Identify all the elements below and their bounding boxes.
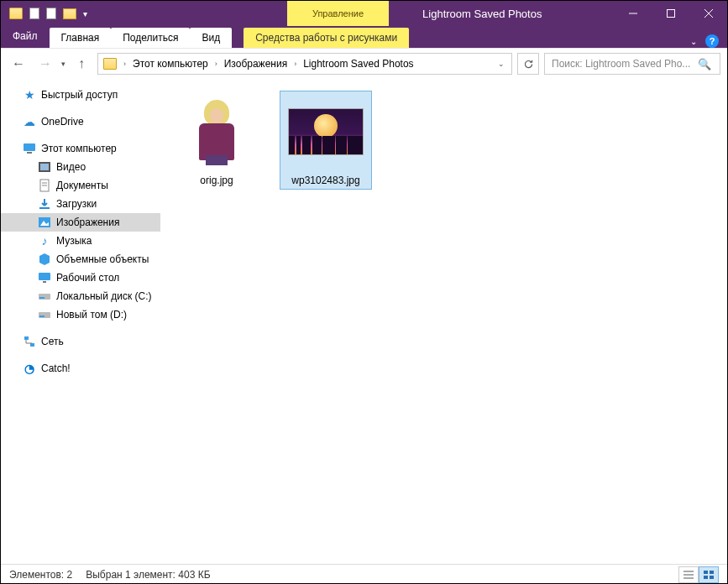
sidebar-item-disk-c[interactable]: Локальный диск (C:) [1,287,160,305]
help-icon[interactable]: ? [705,34,719,48]
svg-rect-28 [704,576,708,579]
file-list[interactable]: orig.jpg wp3102483.jpg [160,79,727,564]
context-tab-header-label: Управление [312,8,364,18]
ribbon-expand-icon[interactable]: ⌄ [690,37,697,46]
svg-rect-27 [710,571,714,574]
breadcrumb-seg-pictures[interactable]: Изображения [223,58,289,70]
qat-newfolder-icon[interactable] [63,8,76,19]
navigation-pane: ★ Быстрый доступ ☁ OneDrive Этот компьют… [1,79,160,564]
window-buttons [614,1,727,26]
sidebar-item-label: Новый том (D:) [56,309,127,321]
tab-home[interactable]: Главная [50,28,112,48]
maximize-button[interactable] [652,1,689,26]
breadcrumb-dropdown-icon[interactable]: ⌄ [498,60,508,68]
svg-rect-11 [39,207,50,209]
sidebar-item-music[interactable]: ♪ Музыка [1,232,160,250]
disk-icon [38,289,51,303]
sidebar-item-pictures[interactable]: Изображения [1,213,160,232]
view-toggle [678,566,719,583]
sidebar-item-label: Быстрый доступ [41,89,118,101]
qat-dropdown-icon[interactable]: ▾ [83,9,87,18]
file-tab[interactable]: Файл [1,26,50,48]
tab-view[interactable]: Вид [190,28,232,48]
sidebar-item-label: Загрузки [56,198,97,210]
nav-forward-button[interactable]: → [34,53,56,75]
nav-history-dropdown[interactable]: ▾ [61,60,65,68]
nav-back-button[interactable]: ← [8,53,29,75]
network-icon [23,335,36,348]
file-name-label: wp3102483.jpg [290,175,361,186]
sidebar-item-thispc[interactable]: Этот компьютер [1,139,160,158]
refresh-icon [523,59,534,70]
disk-icon [38,308,51,321]
chevron-right-icon[interactable]: › [292,60,298,68]
chevron-right-icon[interactable]: › [213,60,219,68]
minimize-button[interactable] [614,1,652,26]
chevron-right-icon[interactable]: › [122,60,128,68]
sidebar-item-disk-d[interactable]: Новый том (D:) [1,305,160,324]
nav-up-button[interactable]: ↑ [71,53,92,75]
cloud-icon: ☁ [23,115,36,128]
list-icon [683,571,694,579]
svg-rect-26 [704,571,708,574]
sidebar-item-label: Catch! [41,362,71,374]
tab-share[interactable]: Поделиться [111,28,190,48]
svg-rect-22 [30,343,34,347]
svg-rect-16 [43,281,46,283]
file-name-label: orig.jpg [198,175,234,186]
sidebar-item-label: Музыка [56,235,92,247]
music-icon: ♪ [38,234,51,248]
view-thumbnails-button[interactable] [699,566,719,583]
film-icon [38,160,51,174]
sidebar-item-network[interactable]: Сеть [1,332,160,351]
status-selection: Выбран 1 элемент: 403 КБ [86,569,210,581]
search-input[interactable] [550,57,698,70]
sidebar-item-label: Рабочий стол [56,272,119,284]
breadcrumb-seg-thispc[interactable]: Этот компьютер [131,58,210,70]
status-item-count: Элементов: 2 [9,569,72,581]
sidebar-item-documents[interactable]: Документы [1,176,160,195]
search-box[interactable]: 🔍 [544,53,720,75]
sidebar-item-desktop[interactable]: Рабочий стол [1,269,160,287]
file-item[interactable]: wp3102483.jpg [280,91,372,190]
file-item[interactable]: orig.jpg [170,91,263,190]
sidebar-item-onedrive[interactable]: ☁ OneDrive [1,112,160,131]
breadcrumb-folder-icon [103,58,117,70]
search-icon: 🔍 [698,58,715,70]
sidebar-item-catch[interactable]: ◔ Catch! [1,359,160,378]
context-tab-header: Управление [287,1,389,26]
document-icon [38,179,51,192]
sidebar-item-label: Локальный диск (C:) [56,290,152,302]
svg-rect-20 [39,315,45,317]
breadcrumb-seg-current[interactable]: Lightroom Saved Photos [301,58,415,70]
view-details-button[interactable] [678,566,699,583]
picture-icon [38,216,51,229]
catch-icon: ◔ [23,362,36,375]
status-bar: Элементов: 2 Выбран 1 элемент: 403 КБ [1,564,727,584]
tab-picture-tools[interactable]: Средства работы с рисунками [244,28,409,48]
breadcrumb[interactable]: › Этот компьютер › Изображения › Lightro… [97,53,512,75]
sidebar-item-3dobjects[interactable]: Объемные объекты [1,250,160,269]
file-thumbnail [288,94,364,169]
sidebar-item-quickaccess[interactable]: ★ Быстрый доступ [1,86,160,104]
sidebar-item-label: Документы [56,180,108,191]
sidebar-item-label: OneDrive [41,116,84,128]
titlebar: ▾ Управление Lightroom Saved Photos [1,1,727,26]
download-icon [38,197,51,211]
sidebar-item-label: Объемные объекты [56,253,149,265]
refresh-button[interactable] [517,53,539,75]
qat-properties-icon[interactable] [29,8,39,19]
qat-new-icon[interactable] [46,8,56,19]
svg-rect-1 [667,10,674,18]
address-bar-row: ← → ▾ ↑ › Этот компьютер › Изображения ›… [1,49,727,79]
sidebar-item-label: Видео [56,161,86,173]
svg-rect-4 [24,143,35,151]
sidebar-item-label: Изображения [56,216,119,228]
close-button[interactable] [689,1,727,26]
svg-rect-15 [39,273,50,280]
svg-marker-14 [39,253,50,265]
sidebar-item-video[interactable]: Видео [1,158,160,176]
star-icon: ★ [23,88,36,102]
sidebar-item-downloads[interactable]: Загрузки [1,195,160,213]
svg-rect-29 [710,576,714,579]
